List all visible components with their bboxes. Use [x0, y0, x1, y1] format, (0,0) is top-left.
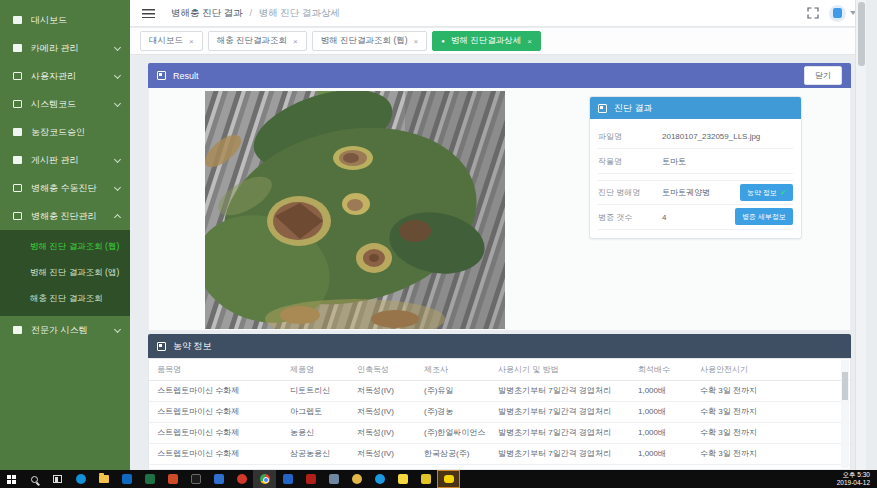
task-view-icon — [53, 475, 62, 483]
close-button[interactable]: 닫기 — [804, 66, 842, 85]
diagnosis-row-disease: 진단 병해명 토마토궤양병 농약 정보 ✔ — [598, 180, 793, 205]
sidebar-item-diagnosis-manage[interactable]: 병해충 진단관리 — [0, 202, 130, 230]
col-item-name: 품목명 — [149, 359, 282, 380]
sidebar-item-users[interactable]: 사용자관리 — [0, 62, 130, 90]
chevron-down-icon — [114, 325, 121, 332]
taskbar-powerpoint[interactable] — [161, 470, 184, 488]
table-scrollbar[interactable] — [841, 360, 849, 468]
hamburger-menu-icon[interactable] — [142, 9, 155, 18]
pesticide-info-button[interactable]: 농약 정보 ✔ — [740, 184, 793, 201]
tab-label: 해충 진단결과조회 — [217, 35, 287, 47]
table-row[interactable]: 스트렙토마이신 수화제아그렙토저독성(IV)(주)경농발병초기부터 7일간격 경… — [149, 401, 850, 422]
taskbar-file-explorer[interactable] — [92, 470, 115, 488]
sidebar-item-label: 병해충 진단관리 — [31, 210, 115, 223]
page-scrollbar[interactable] — [855, 0, 866, 470]
windows-logo-icon — [7, 475, 16, 484]
sidebar-item-label: 카메라 관리 — [31, 42, 115, 55]
tab-disease-result-detail[interactable]: ● 병해 진단결과상세 × — [432, 31, 541, 51]
submenu-item-disease-result-web[interactable]: 병해 진단 결과조회 (웹) — [0, 234, 130, 260]
tab-close-icon[interactable]: × — [414, 37, 419, 46]
filename-value: 20180107_232059_LLS.jpg — [662, 132, 760, 141]
field-label: 작물명 — [598, 156, 662, 167]
fullscreen-icon[interactable] — [807, 7, 819, 19]
sidebar-submenu: 병해 진단 결과조회 (웹) 병해 진단 결과조회 (앱) 해충 진단 결과조회 — [0, 230, 130, 316]
sidebar-item-expert-system[interactable]: 전문가 시스템 — [0, 316, 130, 344]
sidebar-item-farm-code[interactable]: 농장코드승인 — [0, 118, 130, 146]
tab-close-icon[interactable]: × — [293, 37, 298, 46]
kakaotalk-icon — [444, 475, 454, 483]
taskbar-excel[interactable] — [138, 470, 161, 488]
taskbar-d-app[interactable] — [276, 470, 299, 488]
table-row[interactable]: 스트렙토마이신 수화제농용신저독성(IV)(주)한얼싸이언스발병초기부터 7일간… — [149, 422, 850, 443]
sidebar-item-label: 게시판 관리 — [31, 154, 115, 167]
col-manufacturer: 제조사 — [416, 359, 490, 380]
tab-close-icon[interactable]: × — [527, 37, 532, 46]
taskbar-clock[interactable]: 오후 5:30 2019-04-12 — [837, 471, 877, 487]
table-row[interactable]: 스트렙토마이신 수화제디토트리신저독성(IV)(주)유일발병초기부터 7일간격 … — [149, 380, 850, 401]
sidebar-item-board[interactable]: 게시판 관리 — [0, 146, 130, 174]
app-screen: 대시보드 카메라 관리 사용자관리 시스템코드 농장코드승인 게시판 관리 — [0, 0, 877, 488]
chrome-icon — [260, 474, 270, 484]
sidebar-item-camera[interactable]: 카메라 관리 — [0, 34, 130, 62]
tab-dashboard[interactable]: 대시보드 × — [140, 31, 203, 51]
chevron-down-icon — [114, 71, 121, 78]
outlook-icon — [122, 474, 132, 484]
result-panel-header: Result 닫기 — [148, 63, 851, 88]
pesticide-panel-header: 농약 정보 — [148, 334, 851, 358]
users-icon — [13, 72, 22, 80]
search-icon — [31, 476, 38, 483]
taskbar-sticky-notes[interactable] — [391, 470, 414, 488]
pesticide-table: 품목명 제품명 인축독성 제조사 사용시기 및 방법 희석배수 사용안전시기 스… — [148, 358, 851, 470]
chevron-up-icon — [114, 214, 121, 221]
submenu-item-pest-result[interactable]: 해충 진단 결과조회 — [0, 286, 130, 312]
col-usage: 사용시기 및 방법 — [490, 359, 630, 380]
tab-close-icon[interactable]: × — [189, 37, 194, 46]
chevron-down-icon — [114, 155, 121, 162]
user-menu[interactable] — [829, 5, 856, 22]
button-label: 농약 정보 — [747, 188, 777, 198]
symptom-detail-button[interactable]: 병증 세부정보 — [735, 208, 793, 225]
breadcrumb-separator: / — [249, 7, 252, 18]
ie-icon — [375, 474, 385, 484]
remote-desktop-icon — [329, 474, 339, 484]
tab-pest-result[interactable]: 해충 진단결과조회 × — [208, 31, 307, 51]
taskbar-red-app[interactable] — [230, 470, 253, 488]
task-view-button[interactable] — [46, 470, 69, 488]
system-code-icon — [13, 100, 22, 108]
diagnosis-row-count: 병증 갯수 4 병증 세부정보 — [598, 205, 793, 230]
edge-icon — [76, 474, 86, 484]
main-area: 병해충 진단 결과 / 병해 진단 결과상세 대시보드 × 해충 진단결과조 — [130, 0, 866, 470]
tomato-leaf-photo — [205, 91, 505, 329]
tab-disease-result-web[interactable]: 병해 진단결과조회 (웹) × — [312, 31, 428, 51]
taskbar-ie[interactable] — [368, 470, 391, 488]
taskbar-kakaotalk[interactable] — [437, 470, 460, 488]
start-button[interactable] — [0, 470, 23, 488]
col-safe-period: 사용안전시기 — [692, 359, 850, 380]
sidebar-item-label: 농장코드승인 — [31, 126, 120, 139]
submenu-item-disease-result-app[interactable]: 병해 진단 결과조회 (앱) — [0, 260, 130, 286]
sidebar-item-dashboard[interactable]: 대시보드 — [0, 6, 130, 34]
taskbar-outlook[interactable] — [115, 470, 138, 488]
taskbar-putty[interactable] — [345, 470, 368, 488]
submenu-item-label: 병해 진단 결과조회 (앱) — [30, 267, 119, 279]
table-header-row: 품목명 제품명 인축독성 제조사 사용시기 및 방법 희석배수 사용안전시기 — [149, 359, 850, 380]
powerpoint-icon — [168, 474, 178, 484]
taskbar-yellow-app[interactable] — [414, 470, 437, 488]
button-label: 병증 세부정보 — [742, 212, 786, 222]
taskbar-chrome[interactable] — [253, 470, 276, 488]
tab-bar: 대시보드 × 해충 진단결과조회 × 병해 진단결과조회 (웹) × ● 병해 … — [130, 28, 866, 55]
sidebar-item-label: 대시보드 — [31, 14, 120, 27]
submenu-item-label: 해충 진단 결과조회 — [30, 293, 103, 305]
taskbar-edge[interactable] — [69, 470, 92, 488]
taskbar-network-app[interactable] — [207, 470, 230, 488]
taskbar-filezilla[interactable] — [299, 470, 322, 488]
table-row[interactable]: 스트렙토마이신 수화제삼공농용신저독성(IV)한국삼공(주)발병초기부터 7일간… — [149, 443, 850, 464]
sidebar-item-manual-diagnosis[interactable]: 병해충 수동진단 — [0, 174, 130, 202]
sticky-notes-icon — [398, 474, 408, 484]
taskbar-remote-desktop[interactable] — [322, 470, 345, 488]
taskbar-search[interactable] — [23, 470, 46, 488]
expert-system-icon — [13, 326, 22, 334]
sidebar-item-system-code[interactable]: 시스템코드 — [0, 90, 130, 118]
taskbar-cmd[interactable] — [184, 470, 207, 488]
diagnosis-row-crop: 작물명 토마토 — [598, 149, 793, 174]
